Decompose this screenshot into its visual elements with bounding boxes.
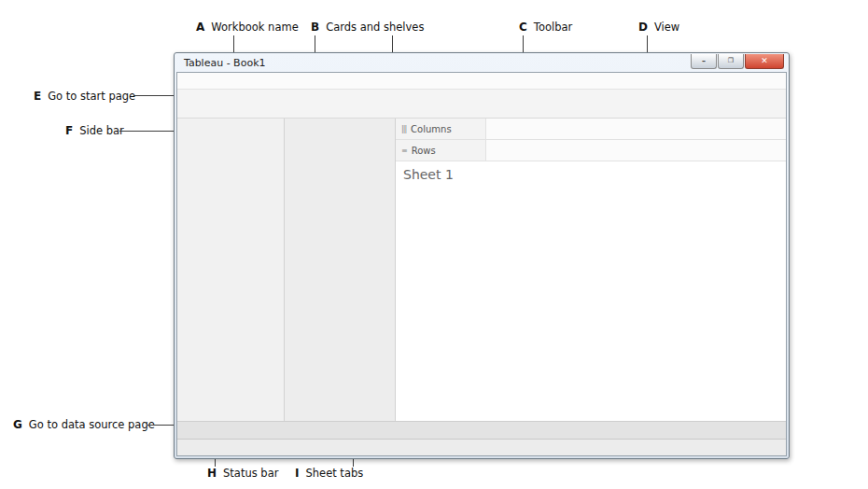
cards-column <box>285 119 396 421</box>
tableau-window: Tableau - Book1 |||Columns ≡Rows <box>174 52 790 459</box>
annotation-side-bar: FSide bar <box>65 124 124 137</box>
sheet-area: Sheet 1 <box>396 161 786 421</box>
annotation-toolbar: CToolbar <box>519 21 572 34</box>
minimize-button[interactable] <box>691 54 717 69</box>
columns-shelf[interactable]: |||Columns <box>396 119 786 140</box>
annotation-cards-shelves: BCards and shelves <box>311 21 424 34</box>
window-body: |||Columns ≡Rows Sheet 1 <box>176 72 787 456</box>
rows-shelf[interactable]: ≡Rows <box>396 140 786 161</box>
annotation-go-to-start: EGo to start page <box>34 90 135 103</box>
annotation-status-bar: HStatus bar <box>207 467 278 480</box>
sheet-title: Sheet 1 <box>403 167 780 182</box>
view-area: |||Columns ≡Rows Sheet 1 <box>396 119 786 421</box>
annotation-line <box>119 131 180 132</box>
columns-shelf-label: |||Columns <box>396 119 486 139</box>
main-area: |||Columns ≡Rows Sheet 1 <box>177 119 786 421</box>
title-bar[interactable]: Tableau - Book1 <box>175 53 789 72</box>
rows-shelf-label: ≡Rows <box>396 140 486 161</box>
status-bar <box>177 439 786 455</box>
side-bar <box>177 119 285 421</box>
sheet-tabs-bar <box>177 421 786 439</box>
rows-icon: ≡ <box>401 147 407 155</box>
close-button[interactable] <box>745 54 784 69</box>
annotation-workbook-name: AWorkbook name <box>196 21 299 34</box>
annotation-sheet-tabs: ISheet tabs <box>295 467 363 480</box>
annotation-data-source: GGo to data source page <box>13 418 155 431</box>
annotation-view: DView <box>638 21 679 34</box>
maximize-button[interactable] <box>718 54 744 69</box>
columns-icon: ||| <box>401 125 406 133</box>
toolbar <box>177 90 786 119</box>
menu-bar <box>177 73 786 90</box>
window-controls <box>690 54 784 69</box>
window-title: Tableau - Book1 <box>184 57 266 69</box>
page: { "annotations": { "a": {"letter": "A", … <box>0 0 868 489</box>
